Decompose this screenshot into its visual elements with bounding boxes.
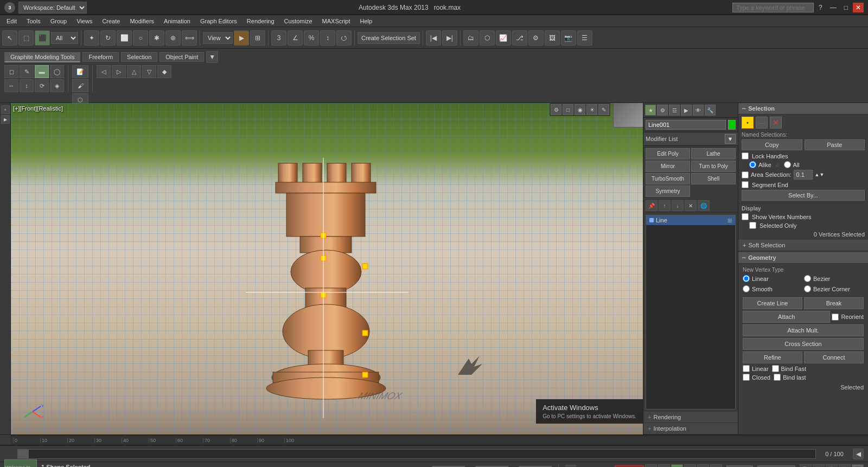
- media-btn[interactable]: 📷: [561, 30, 576, 46]
- menu-rendering[interactable]: Rendering: [242, 17, 279, 25]
- vp-arc-rotate-btn[interactable]: ⭯: [839, 464, 851, 468]
- graphite-btn-7[interactable]: ⟳: [35, 79, 49, 92]
- copy-btn[interactable]: Copy: [742, 139, 802, 150]
- sel-icon-edge[interactable]: —: [756, 117, 768, 129]
- angle-snap-btn[interactable]: ∠: [288, 30, 303, 46]
- graphite-left-row-1[interactable]: ◁: [97, 65, 111, 78]
- panel-icon-hierarchy[interactable]: ☲: [669, 105, 680, 116]
- mod-btn-lathe[interactable]: Lathe: [691, 148, 736, 159]
- modifier-list-dropdown[interactable]: ▼: [725, 134, 736, 144]
- selection-rollout-header[interactable]: − Selection: [738, 103, 868, 114]
- vi-btn-1[interactable]: ⚙: [551, 104, 561, 115]
- mini-btn-2[interactable]: ▶: [1, 115, 10, 124]
- sel-icon-vertex[interactable]: •: [742, 117, 754, 129]
- workspace-dropdown[interactable]: Workspace: Default: [18, 2, 87, 14]
- bind-fast-checkbox[interactable]: [772, 365, 779, 372]
- object-name-input[interactable]: [646, 120, 726, 130]
- graphite-btn-5[interactable]: ↔: [4, 79, 18, 92]
- menu-modifiers[interactable]: Modifiers: [125, 17, 158, 25]
- stack-icon-down[interactable]: ↓: [672, 200, 684, 211]
- linear-checkbox[interactable]: [743, 365, 750, 372]
- rect-select-btn[interactable]: ⬜: [117, 30, 132, 46]
- show-vertex-checkbox[interactable]: [742, 213, 749, 220]
- select-move-btn[interactable]: ✦: [84, 30, 99, 46]
- menu-customize[interactable]: Customize: [280, 17, 317, 25]
- sel-icon-delete[interactable]: ✕: [770, 117, 782, 129]
- graphite-expand-btn[interactable]: ▼: [206, 51, 218, 63]
- select-object-btn[interactable]: ⬛: [35, 30, 50, 46]
- bezier-corner-radio[interactable]: [804, 285, 811, 292]
- create-selection-btn[interactable]: Create Selection Set: [358, 32, 420, 44]
- viewport-area[interactable]: [+][Front][Realistic]: [11, 103, 643, 434]
- maximize-btn[interactable]: □: [841, 3, 851, 12]
- alike-radio[interactable]: [749, 161, 756, 168]
- named-sel-prev[interactable]: |◀: [426, 30, 441, 46]
- close-btn[interactable]: ✕: [853, 3, 864, 12]
- object-color-swatch[interactable]: [728, 120, 736, 130]
- bezier-radio[interactable]: [804, 275, 811, 282]
- refine-btn[interactable]: Refine: [743, 351, 802, 363]
- vi-btn-4[interactable]: ☀: [586, 104, 597, 115]
- timeline-track[interactable]: [17, 449, 816, 459]
- interpolation-row[interactable]: + Interpolation: [643, 423, 738, 434]
- filter-dropdown[interactable]: All: [51, 32, 78, 44]
- graphite-left-row-5[interactable]: ◆: [157, 65, 171, 78]
- transform-btn[interactable]: ⊕: [165, 30, 181, 46]
- select-region-btn[interactable]: ⬚: [18, 30, 34, 46]
- vp-pan-btn[interactable]: ✋: [826, 464, 838, 468]
- graphite-btn-1[interactable]: ◻: [4, 65, 18, 78]
- mod-btn-symmetry[interactable]: Symmetry: [646, 185, 690, 197]
- connect-btn[interactable]: Connect: [804, 351, 864, 363]
- vp-zoom-all-btn[interactable]: ⊞: [813, 464, 825, 468]
- go-start-btn[interactable]: |◀: [645, 464, 657, 468]
- closed-checkbox[interactable]: [743, 374, 750, 381]
- select-by-btn[interactable]: Select By...: [742, 190, 865, 201]
- select-rotate-btn[interactable]: ↻: [100, 30, 116, 46]
- panel-icon-display[interactable]: 👁: [693, 105, 704, 116]
- mod-btn-mirror[interactable]: Mirror: [646, 161, 690, 172]
- mod-btn-edit-poly[interactable]: Edit Poly: [646, 148, 690, 159]
- extra-btn[interactable]: ☰: [577, 30, 592, 46]
- vi-btn-5[interactable]: ✎: [598, 104, 609, 115]
- menu-views[interactable]: Views: [72, 17, 97, 25]
- paste-btn[interactable]: Paste: [805, 139, 865, 150]
- graphite-btn-8[interactable]: ◈: [50, 79, 64, 92]
- select-btn[interactable]: ↖: [2, 30, 17, 46]
- vp-zoom-btn[interactable]: 🔍: [800, 464, 812, 468]
- render-setup-btn[interactable]: ⚙: [528, 30, 544, 46]
- soft-selection-header[interactable]: + Soft Selection: [738, 240, 868, 251]
- graphite-left-row-2[interactable]: ▷: [112, 65, 126, 78]
- render-frame-btn[interactable]: 🖼: [545, 30, 560, 46]
- area-selection-spinner[interactable]: ▲▼: [815, 172, 825, 177]
- help-btn[interactable]: ?: [816, 3, 825, 12]
- vi-btn-3[interactable]: ◉: [575, 104, 585, 115]
- tab-graphite-modeling[interactable]: Graphite Modeling Tools: [4, 52, 80, 62]
- vp-max-btn[interactable]: ⬛: [852, 464, 864, 468]
- bind-last-checkbox[interactable]: [774, 374, 781, 381]
- graphite-left-row-4[interactable]: ▽: [142, 65, 156, 78]
- menu-animation[interactable]: Animation: [159, 17, 195, 25]
- linear-radio[interactable]: [743, 275, 750, 282]
- area-selection-checkbox[interactable]: [742, 171, 749, 178]
- mod-btn-turbosmooth[interactable]: TurboSmooth: [646, 173, 690, 184]
- mini-btn-1[interactable]: +: [1, 105, 10, 114]
- all-radio[interactable]: [784, 161, 791, 168]
- rendering-row[interactable]: + Rendering: [643, 412, 738, 423]
- menu-tools[interactable]: Tools: [22, 17, 45, 25]
- menu-create[interactable]: Create: [98, 17, 124, 25]
- tab-freeform[interactable]: Freeform: [82, 52, 119, 62]
- tab-object-paint[interactable]: Object Paint: [159, 52, 204, 62]
- play-btn[interactable]: ▶: [671, 464, 683, 468]
- lasso-select-btn[interactable]: ✱: [149, 30, 164, 46]
- geometry-rollout-header[interactable]: − Geometry: [738, 252, 868, 264]
- render-btn[interactable]: ▶: [234, 30, 249, 46]
- attach-btn[interactable]: Attach: [743, 311, 830, 323]
- panel-icon-motion[interactable]: ▶: [681, 105, 692, 116]
- panel-icon-utilities[interactable]: 🔧: [705, 105, 716, 116]
- graphite-btn-6[interactable]: ↕: [20, 79, 34, 92]
- mod-btn-shell[interactable]: Shell: [691, 173, 736, 184]
- reorient-checkbox[interactable]: [832, 314, 839, 321]
- stack-icon-pin[interactable]: 📌: [646, 200, 658, 211]
- mod-btn-turn-to-poly[interactable]: Turn to Poly: [691, 161, 736, 172]
- menu-edit[interactable]: Edit: [2, 17, 21, 25]
